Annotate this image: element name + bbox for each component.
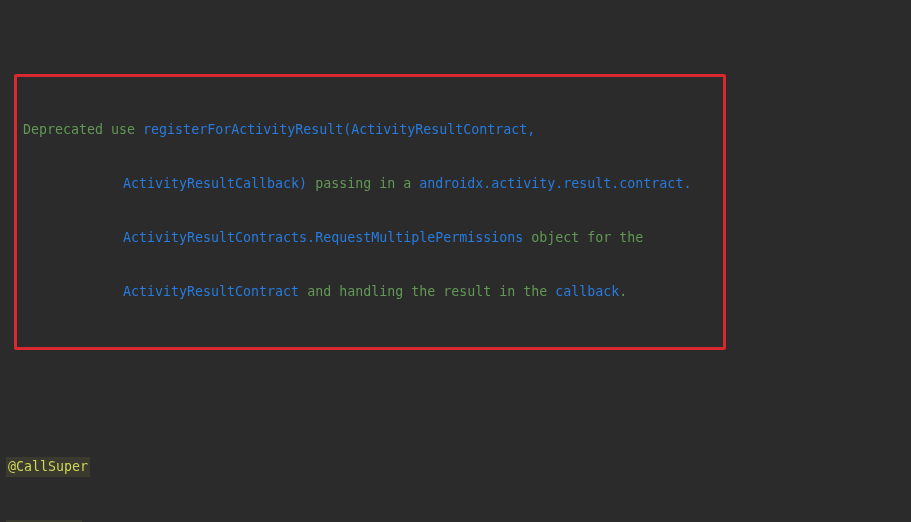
- doc-link-register-cont[interactable]: ActivityResultCallback): [123, 176, 307, 191]
- doc-code-package: androidx.activity.result.contract.: [419, 176, 691, 191]
- doc-link-contract[interactable]: ActivityResultContract: [123, 284, 299, 299]
- doc-line-1: Deprecated use registerForActivityResult…: [19, 121, 717, 139]
- annotations-block: @CallSuper @Override @Deprecated: [0, 414, 911, 522]
- doc-code-callback: callback: [555, 284, 619, 299]
- doc-line-4: ActivityResultContract and handling the …: [19, 283, 717, 301]
- doc-link-register[interactable]: registerForActivityResult(ActivityResult…: [143, 122, 535, 137]
- doc-line-3: ActivityResultContracts.RequestMultipleP…: [19, 229, 717, 247]
- javadoc-deprecation-box: Deprecated use registerForActivityResult…: [14, 74, 726, 350]
- doc-line-2: ActivityResultCallback) passing in a and…: [19, 175, 717, 193]
- doc-code-contracts: ActivityResultContracts.RequestMultipleP…: [123, 230, 523, 245]
- code-editor[interactable]: Deprecated use registerForActivityResult…: [0, 0, 911, 522]
- annotation-callsuper[interactable]: @CallSuper: [6, 457, 90, 477]
